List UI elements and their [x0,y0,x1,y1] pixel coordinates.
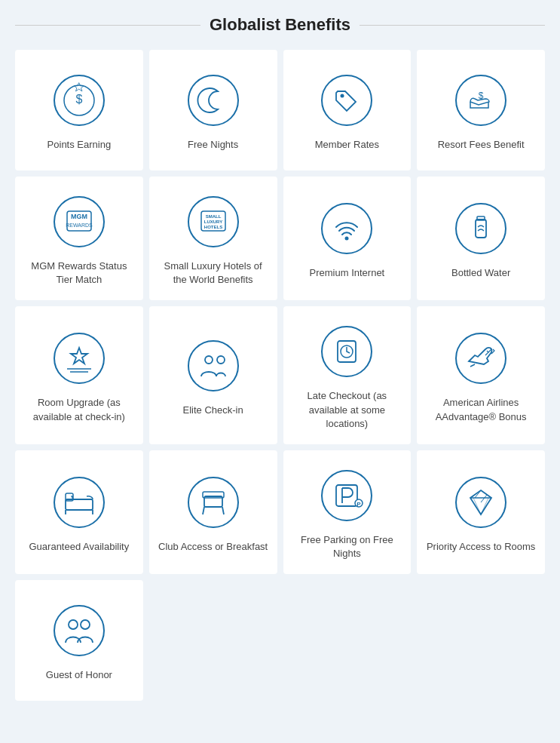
card-label: Priority Access to Rooms [427,540,536,554]
svg-point-42 [322,471,372,520]
svg-point-18 [345,237,349,241]
card-label: Small Luxury Hotels of the World Benefit… [158,259,268,287]
svg-rect-21 [477,216,485,220]
svg-point-3 [188,75,238,125]
card-label: Resort Fees Benefit [438,138,525,152]
slh-icon: SMALL LUXURY HOTELS [186,195,240,249]
svg-point-49 [81,620,90,629]
svg-point-26 [205,356,213,364]
svg-text:REWARDS: REWARDS [66,223,93,228]
card-label: Club Access or Breakfast [158,540,268,554]
svg-rect-20 [476,220,486,238]
svg-text:HOTELS: HOTELS [203,225,222,229]
svg-text:SMALL: SMALL [205,214,221,219]
svg-text:$: $ [479,91,484,101]
page-header: Globalist Benefits [15,15,545,35]
svg-point-17 [322,204,372,253]
svg-point-19 [456,204,506,253]
svg-point-37 [188,477,238,527]
svg-line-39 [203,507,204,514]
benefit-card-points-earning[interactable]: $ Points Earning [15,50,143,170]
benefit-card-room-upgrade[interactable]: Room Upgrade (as available at check-in) [15,306,143,444]
svg-text:$: $ [75,93,82,106]
card-label: Premium Internet [310,266,385,280]
svg-point-5 [341,94,344,97]
benefit-card-member-rates[interactable]: Member Rates [283,50,412,170]
svg-text:MGM: MGM [71,213,87,220]
tag-icon [320,73,374,127]
water-icon [454,201,508,256]
clock-icon [320,324,374,379]
svg-point-31 [456,333,506,383]
bed-icon [52,475,106,530]
svg-point-22 [54,333,104,383]
card-label: Guaranteed Availability [29,540,130,554]
svg-point-47 [54,606,104,655]
svg-line-40 [222,507,224,514]
benefit-card-elite-checkin[interactable]: Elite Check-in [149,306,277,444]
mgm-icon: MGM REWARDS [52,195,106,249]
svg-text:LUXURY: LUXURY [203,220,222,224]
card-label: Points Earning [47,138,112,152]
svg-point-25 [188,341,238,391]
benefit-card-mgm-rewards[interactable]: MGM REWARDS MGM Rewards Status Tier Matc… [15,177,143,300]
svg-text:P: P [357,501,362,508]
guests-icon [52,603,106,658]
card-label: Late Checkout (as available at some loca… [292,389,402,431]
benefit-card-bottled-water[interactable]: Bottled Water [417,177,545,300]
benefit-card-slh-benefits[interactable]: SMALL LUXURY HOTELS Small Luxury Hotels … [149,177,277,300]
benefit-card-premium-internet[interactable]: Premium Internet [283,177,412,300]
benefit-card-club-access[interactable]: Club Access or Breakfast [149,450,277,574]
card-label: Member Rates [315,138,379,152]
parking-icon: P [320,468,374,523]
benefit-card-resort-fees[interactable]: $ Resort Fees Benefit [417,50,545,170]
benefit-card-free-nights[interactable]: Free Nights [149,50,277,170]
wifi-icon [320,201,374,256]
points-icon: $ [52,73,106,127]
card-label: Free Parking on Free Nights [292,533,402,560]
moon-icon [186,73,240,127]
benefit-card-guaranteed-availability[interactable]: Guaranteed Availability [15,450,143,574]
diamond-icon [454,475,508,530]
star-icon [52,331,106,385]
svg-point-48 [69,620,78,629]
svg-point-27 [217,356,225,364]
page-title: Globalist Benefits [210,15,350,35]
svg-point-4 [322,75,372,125]
benefit-card-aa-bonus[interactable]: American Airlines AAdvantage® Bonus [417,306,545,444]
plane-icon [454,331,508,385]
benefit-card-priority-access[interactable]: Priority Access to Rooms [417,450,545,574]
title-line-left [15,25,200,26]
title-line-right [360,25,545,26]
card-label: Room Upgrade (as available at check-in) [24,396,134,423]
benefit-card-guest-of-honor[interactable]: Guest of Honor [15,580,143,701]
card-label: Free Nights [188,138,238,152]
checkin-icon [186,339,240,393]
card-label: Elite Check-in [183,404,243,417]
chair-icon [186,475,240,530]
svg-point-32 [54,477,104,527]
card-label: Bottled Water [451,266,510,280]
card-label: MGM Rewards Status Tier Match [24,259,134,287]
benefit-card-late-checkout[interactable]: Late Checkout (as available at some loca… [283,306,412,444]
hand-dollar-icon: $ [454,73,508,127]
card-label: Guest of Honor [46,668,112,682]
benefit-card-free-parking[interactable]: P Free Parking on Free Nights [283,450,412,574]
benefits-grid: $ Points Earning Free Nights Member Rate… [15,50,545,701]
svg-point-8 [54,197,104,247]
card-label: American Airlines AAdvantage® Bonus [426,396,536,423]
